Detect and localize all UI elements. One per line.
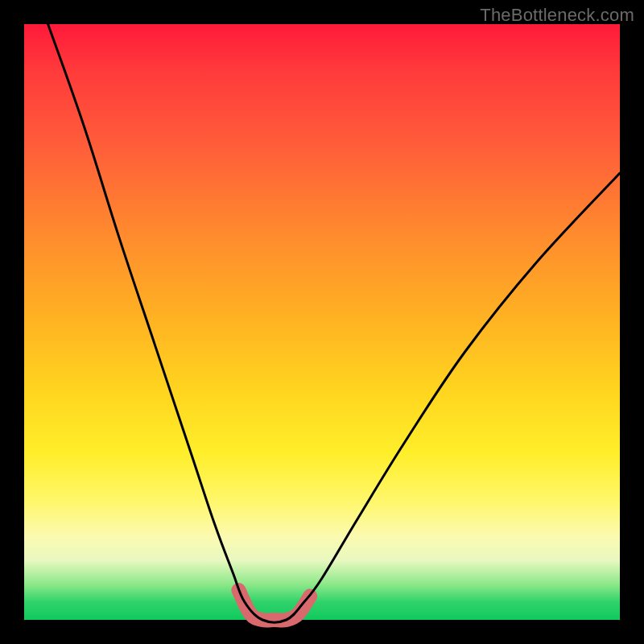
bottleneck-curve-path <box>48 24 620 622</box>
watermark-text: TheBottleneck.com <box>480 5 634 26</box>
chart-frame: TheBottleneck.com <box>0 0 644 644</box>
plot-area <box>24 24 620 620</box>
curve-layer <box>24 24 620 620</box>
trough-highlight-path <box>238 590 310 621</box>
